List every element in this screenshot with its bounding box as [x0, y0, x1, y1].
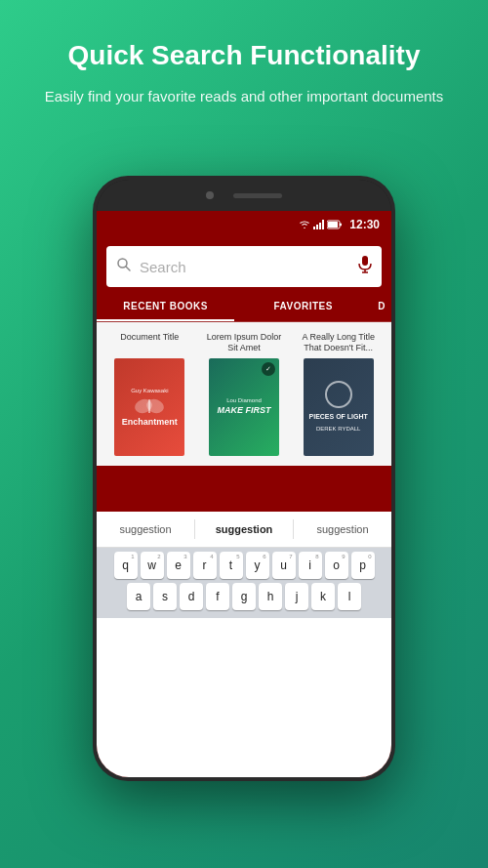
books-grid: Document Title Guy Kawasaki Enchantment — [97, 322, 391, 466]
keyboard-row-1: 1q 2w 3e 4r 5t 6y 7u 8i 9o 0p — [99, 552, 389, 579]
suggestions-bar: suggestion suggestion suggestion — [97, 512, 391, 548]
svg-rect-1 — [328, 222, 338, 227]
header-section: Quick Search Functionality Easily find y… — [0, 0, 488, 127]
key-r[interactable]: 4r — [193, 552, 217, 579]
book-cover-2[interactable]: Lou Diamond MAKE FIRST ✓ — [209, 358, 279, 456]
status-time: 12:30 — [349, 218, 380, 231]
book-item-2[interactable]: Lorem Ipsum Dolor Sit Amet Lou Diamond M… — [201, 332, 288, 456]
key-g[interactable]: g — [232, 583, 256, 610]
keyboard: 1q 2w 3e 4r 5t 6y 7u 8i 9o 0p a s — [97, 548, 391, 618]
battery-icon — [327, 220, 343, 229]
suggestion-1[interactable]: suggestion — [97, 519, 195, 539]
wifi-icon — [299, 220, 310, 229]
bottom-white-area: suggestion suggestion suggestion 1q 2w 3… — [97, 512, 391, 777]
book-badge-icon: ✓ — [265, 365, 271, 373]
book-cover-3[interactable]: PIECES OF LIGHT DEREK RYDALL — [304, 358, 374, 456]
suggestion-2[interactable]: suggestion — [195, 519, 294, 539]
mic-icon[interactable] — [358, 256, 372, 277]
key-t[interactable]: 5t — [220, 552, 243, 579]
book-badge-2: ✓ — [262, 362, 275, 376]
phone-top-bar — [97, 180, 391, 211]
book-item-3[interactable]: A Really Long Title That Doesn't Fit... … — [295, 332, 382, 456]
camera-dot — [206, 191, 214, 199]
suggestion-3[interactable]: suggestion — [294, 519, 391, 539]
key-u[interactable]: 7u — [272, 552, 296, 579]
key-j[interactable]: j — [285, 583, 308, 610]
search-bar-container: Search — [97, 238, 391, 293]
book-title-1: Document Title — [120, 332, 179, 353]
book-cover-1[interactable]: Guy Kawasaki Enchantment — [114, 358, 184, 456]
key-l[interactable]: l — [338, 583, 361, 610]
signal-icon — [313, 220, 324, 229]
key-q[interactable]: 1q — [114, 552, 138, 579]
key-f[interactable]: f — [206, 583, 229, 610]
key-e[interactable]: 3e — [167, 552, 190, 579]
book-main-title-3: PIECES OF LIGHT — [309, 412, 368, 421]
key-w[interactable]: 2w — [141, 552, 164, 579]
status-icons: 12:30 — [299, 218, 380, 231]
search-bar[interactable]: Search — [106, 246, 382, 287]
svg-rect-5 — [362, 256, 368, 266]
book-author-1: Guy Kawasaki — [131, 388, 168, 393]
key-d[interactable]: d — [180, 583, 203, 610]
book-item-1[interactable]: Document Title Guy Kawasaki Enchantment — [106, 332, 193, 456]
tabs-bar: RECENT BOOKS FAVORITES D — [97, 293, 391, 322]
book-main-title-2: MAKE FIRST — [218, 405, 271, 417]
page-title: Quick Search Functionality — [29, 39, 459, 72]
key-s[interactable]: s — [153, 583, 177, 610]
page-subtitle: Easily find your favorite reads and othe… — [29, 86, 459, 108]
key-p[interactable]: 0p — [351, 552, 375, 579]
key-o[interactable]: 9o — [325, 552, 348, 579]
key-y[interactable]: 6y — [246, 552, 269, 579]
speaker-grill — [233, 193, 282, 198]
svg-rect-2 — [340, 224, 342, 227]
book-title-2: Lorem Ipsum Dolor Sit Amet — [201, 332, 288, 353]
key-k[interactable]: k — [311, 583, 335, 610]
status-bar: 12:30 — [97, 211, 391, 238]
book-title-3: A Really Long Title That Doesn't Fit... — [295, 332, 382, 353]
tab-recent-books[interactable]: RECENT BOOKS — [97, 293, 234, 321]
keyboard-row-2: a s d f g h j k l — [99, 583, 389, 610]
key-a[interactable]: a — [127, 583, 150, 610]
search-icon — [116, 257, 132, 276]
key-h[interactable]: h — [259, 583, 282, 610]
svg-line-4 — [126, 267, 130, 270]
key-i[interactable]: 8i — [299, 552, 322, 579]
app-content: Search RECENT BOOKS FAVORITES D — [97, 238, 391, 777]
book-main-title-1: Enchantment — [122, 417, 178, 427]
butterfly-icon — [134, 395, 165, 417]
book-author-2: Lou Diamond — [226, 397, 262, 403]
phone-screen: 12:30 Search — [97, 180, 391, 777]
phone-mockup: 12:30 Search — [93, 176, 395, 781]
tab-favorites[interactable]: FAVORITES — [234, 293, 372, 321]
book-author-3: DEREK RYDALL — [316, 426, 361, 432]
tab-partial[interactable]: D — [372, 293, 391, 321]
circle-decoration — [325, 381, 352, 408]
search-placeholder[interactable]: Search — [140, 259, 350, 275]
